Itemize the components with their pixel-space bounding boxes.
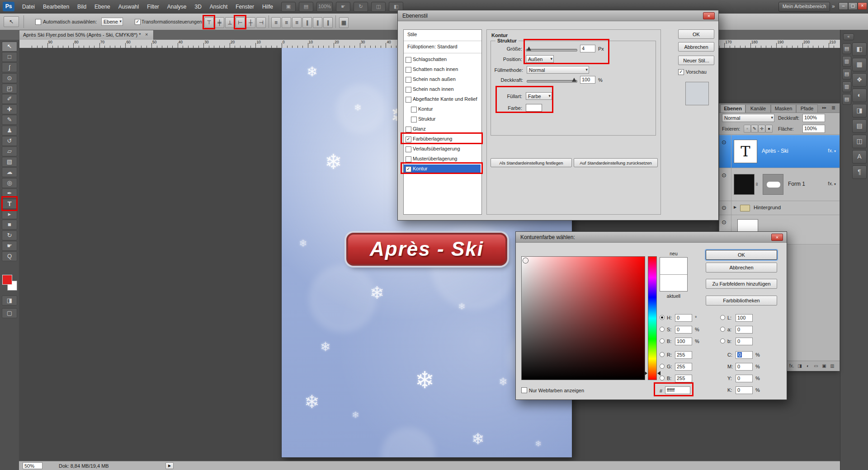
size-field[interactable]: 4 bbox=[580, 45, 595, 52]
layer-row-apres-ski[interactable]: ⊙ T Après - Ski fx. bbox=[719, 135, 840, 168]
size-slider-thumb[interactable] bbox=[527, 47, 531, 51]
dodge-tool[interactable]: ◎ bbox=[2, 178, 17, 188]
distribute-right-edges-icon[interactable]: ∥ bbox=[323, 17, 333, 28]
align-right-edges-icon[interactable]: ⊣ bbox=[256, 17, 266, 28]
delete-layer-icon[interactable]: ▥ bbox=[829, 362, 836, 369]
value-field-right-2[interactable]: 0 bbox=[736, 338, 753, 345]
shape-tool[interactable]: ■ bbox=[2, 220, 17, 230]
brush-tool[interactable]: ✎ bbox=[2, 115, 17, 125]
clone-stamp-tool[interactable]: ♟ bbox=[2, 126, 17, 136]
cancel-button[interactable]: Abbrechen bbox=[706, 263, 777, 273]
color-panel-icon[interactable]: ◧ bbox=[852, 42, 867, 56]
style-item-checkbox[interactable] bbox=[411, 107, 417, 113]
menu-auswahl[interactable]: Auswahl bbox=[114, 0, 143, 14]
value-field-right-6[interactable]: 0 bbox=[736, 386, 753, 394]
close-button[interactable]: × bbox=[858, 2, 867, 10]
blending-options-item[interactable]: Fülloptionen: Standard bbox=[407, 44, 458, 49]
masks-panel-icon[interactable]: ◨ bbox=[852, 104, 867, 118]
adjustment-layer-icon[interactable]: ◐ bbox=[804, 362, 811, 369]
text-layer-thumbnail[interactable]: T bbox=[734, 140, 757, 163]
menu-ansicht[interactable]: Ansicht bbox=[206, 0, 231, 14]
paragraph-panel-icon[interactable]: ¶ bbox=[852, 165, 867, 179]
zoom-level-field[interactable]: 50% bbox=[23, 462, 42, 469]
menu-analyse[interactable]: Analyse bbox=[163, 0, 191, 14]
align-horizontal-centers-icon[interactable]: ┼ bbox=[246, 17, 255, 28]
close-icon[interactable]: × bbox=[771, 234, 783, 241]
zoom-level-field[interactable]: 100% bbox=[316, 2, 333, 12]
lock-transparent-icon[interactable]: ▫ bbox=[744, 125, 751, 133]
tab-masken[interactable]: Masken bbox=[771, 104, 796, 113]
type-tool[interactable]: T bbox=[2, 199, 17, 209]
position-dropdown[interactable]: Außen bbox=[526, 55, 554, 63]
fill-field[interactable]: 100% bbox=[802, 125, 825, 133]
rotate-view-icon[interactable]: ↻ bbox=[354, 2, 368, 12]
foreground-color-swatch[interactable] bbox=[2, 275, 12, 285]
style-item-abgeflachte-kante-und-relief-4[interactable]: Abgeflachte Kante und Relief bbox=[404, 95, 481, 104]
view-extras-icon[interactable]: ▤ bbox=[299, 2, 313, 12]
lock-pixels-icon[interactable]: ✎ bbox=[751, 125, 758, 133]
hue-slider[interactable] bbox=[648, 256, 657, 380]
launch-bridge-icon[interactable]: ▣ bbox=[281, 2, 296, 12]
menu-fenster[interactable]: Fenster bbox=[231, 0, 258, 14]
layer-row-hintergrund[interactable]: ⊙ ▶ Hintergrund bbox=[719, 201, 840, 215]
transform-controls-checkbox[interactable] bbox=[135, 19, 141, 25]
style-item-schein-nach-außen-2[interactable]: Schein nach außen bbox=[404, 75, 481, 84]
hand-tool-icon[interactable]: ☛ bbox=[336, 2, 350, 12]
value-field-left-2[interactable]: 100 bbox=[675, 338, 692, 345]
cancel-button[interactable]: Abbrechen bbox=[678, 42, 714, 52]
value-field-left-4[interactable]: 255 bbox=[675, 363, 692, 371]
layer-style-icon[interactable]: fx. bbox=[788, 362, 795, 369]
histogram-panel-icon[interactable]: ◫ bbox=[852, 135, 867, 148]
style-item-checkbox[interactable] bbox=[406, 156, 411, 162]
dialog-title-bar[interactable]: Konturenfarbe wählen: × bbox=[516, 232, 787, 243]
menu-hilfe[interactable]: Hilfe bbox=[258, 0, 277, 14]
new-group-icon[interactable]: ▭ bbox=[812, 362, 820, 369]
value-field-right-3[interactable]: 0 bbox=[736, 351, 753, 359]
menu-bearbeiten[interactable]: Bearbeiten bbox=[39, 0, 73, 14]
pen-tool[interactable]: ✒ bbox=[2, 188, 17, 198]
align-top-edges-icon[interactable]: ⊤ bbox=[204, 17, 214, 28]
opacity-field[interactable]: 100 bbox=[580, 76, 595, 84]
layer-name[interactable]: Form 1 bbox=[788, 181, 805, 187]
style-item-checkbox[interactable] bbox=[411, 117, 417, 122]
style-item-kontur-11[interactable]: Kontur bbox=[404, 164, 481, 174]
layer-fx-badge[interactable]: fx. bbox=[828, 148, 836, 153]
lock-position-icon[interactable]: ✛ bbox=[758, 125, 765, 133]
align-vertical-centers-icon[interactable]: ╪ bbox=[215, 17, 224, 28]
radio-left-2[interactable] bbox=[660, 338, 665, 343]
apres-ski-badge[interactable]: Après - Ski bbox=[346, 233, 507, 266]
new-layer-icon[interactable]: ▣ bbox=[821, 362, 828, 369]
distribute-top-edges-icon[interactable]: ≡ bbox=[271, 17, 281, 28]
menu-filter[interactable]: Filter bbox=[143, 0, 163, 14]
opacity-field[interactable]: 100% bbox=[802, 114, 825, 122]
style-item-farbüberlagerung-8[interactable]: Farbüberlagerung bbox=[404, 135, 481, 144]
radio-left-4[interactable] bbox=[660, 364, 665, 369]
tab-ebenen[interactable]: Ebenen bbox=[720, 104, 745, 113]
style-item-schein-nach-innen-3[interactable]: Schein nach innen bbox=[404, 85, 481, 94]
menu-datei[interactable]: Datei bbox=[18, 0, 39, 14]
style-item-musterüberlagerung-10[interactable]: Musterüberlagerung bbox=[404, 155, 481, 164]
opacity-slider[interactable] bbox=[527, 80, 577, 83]
preview-checkbox[interactable] bbox=[678, 69, 684, 75]
style-item-checkbox[interactable] bbox=[406, 146, 411, 152]
collapsed-panel-icon-4[interactable]: ▥ bbox=[842, 81, 851, 92]
healing-brush-tool[interactable]: ✚ bbox=[2, 104, 17, 114]
auto-select-checkbox[interactable] bbox=[35, 19, 41, 25]
distribute-horizontal-centers-icon[interactable]: ∥ bbox=[313, 17, 322, 28]
distribute-vertical-centers-icon[interactable]: ≡ bbox=[282, 17, 291, 28]
align-bottom-edges-icon[interactable]: ⊥ bbox=[225, 17, 235, 28]
radio-left-1[interactable] bbox=[660, 327, 665, 332]
path-selection-tool[interactable]: ▸ bbox=[2, 209, 17, 219]
shape-fill-thumbnail[interactable] bbox=[734, 174, 755, 195]
value-field-left-1[interactable]: 0 bbox=[675, 326, 692, 334]
style-item-glanz-7[interactable]: Glanz bbox=[404, 125, 481, 134]
tab-kanaele[interactable]: Kanäle bbox=[745, 104, 771, 113]
zoom-tool[interactable]: Q bbox=[2, 251, 17, 261]
style-item-checkbox[interactable] bbox=[406, 87, 411, 93]
layer-name[interactable]: Après - Ski bbox=[762, 148, 788, 154]
distribute-bottom-edges-icon[interactable]: ≡ bbox=[292, 17, 302, 28]
distribute-left-edges-icon[interactable]: ∥ bbox=[302, 17, 312, 28]
style-item-checkbox[interactable] bbox=[406, 136, 411, 142]
eyedropper-tool[interactable]: ✐ bbox=[2, 94, 17, 104]
character-panel-icon[interactable]: A bbox=[852, 150, 867, 164]
